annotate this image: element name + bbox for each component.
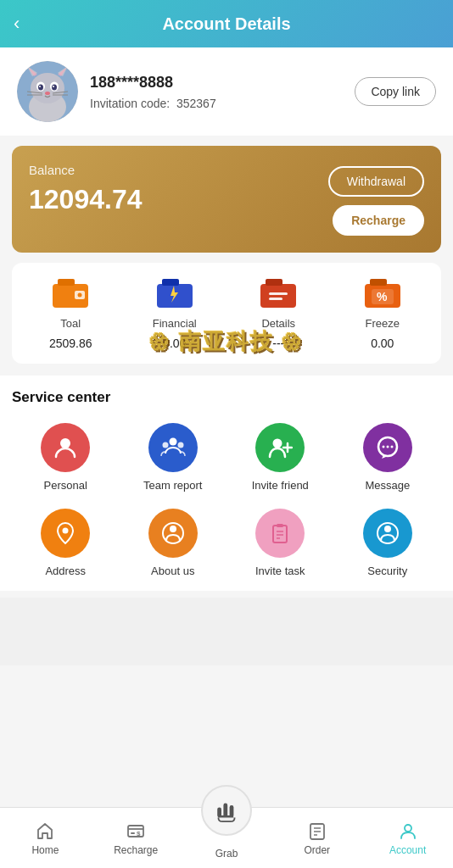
stat-total-value: 2509.86 [49, 337, 92, 350]
svg-point-37 [273, 439, 282, 448]
svg-point-43 [390, 446, 393, 448]
service-title: Service center [12, 389, 441, 406]
service-item-about-us[interactable]: About us [120, 509, 227, 577]
avatar [17, 61, 78, 122]
stat-total[interactable]: Toal 2509.86 [19, 276, 123, 350]
svg-point-36 [177, 442, 183, 448]
nav-order-label: Order [304, 844, 330, 856]
service-invite-friend-label: Invite friend [252, 479, 309, 492]
svg-point-21 [78, 293, 82, 298]
service-item-personal[interactable]: Personal [12, 423, 120, 492]
svg-point-33 [60, 438, 70, 448]
order-icon [307, 821, 327, 841]
balance-header: Balance 12094.74 Withdrawal Recharge [29, 163, 424, 236]
header: ‹ Account Details [0, 0, 453, 47]
nav-recharge-label: Recharge [114, 844, 158, 856]
svg-rect-19 [58, 279, 75, 286]
svg-rect-23 [162, 279, 179, 286]
list-wallet-icon [257, 276, 299, 310]
svg-rect-56 [131, 832, 135, 834]
service-item-message[interactable]: Message [334, 423, 442, 492]
team-icon [148, 423, 198, 472]
service-security-label: Security [367, 565, 407, 577]
recharge-button[interactable]: Recharge [333, 205, 424, 236]
copy-link-button[interactable]: Copy link [355, 77, 436, 106]
balance-info: Balance 12094.74 [29, 163, 142, 215]
nav-order[interactable]: Order [271, 814, 362, 863]
svg-point-41 [382, 446, 384, 448]
service-item-invite-task[interactable]: Invite task [226, 509, 334, 577]
account-icon [398, 821, 418, 841]
service-invite-task-label: Invite task [255, 565, 305, 577]
service-about-us-label: About us [151, 565, 194, 577]
profile-section: 188****8888 Invitation code: 352367 Copy… [0, 47, 453, 136]
svg-rect-48 [277, 524, 283, 527]
service-item-team-report[interactable]: Team report [120, 423, 227, 492]
svg-rect-47 [273, 526, 287, 542]
grab-circle [201, 785, 252, 836]
nav-home-label: Home [31, 844, 59, 856]
home-icon [35, 821, 55, 841]
person-add-icon [255, 423, 305, 472]
svg-point-12 [53, 86, 54, 87]
wallet-icon [49, 276, 92, 310]
flash-wallet-icon [154, 276, 196, 310]
nav-grab[interactable]: Grab [182, 810, 272, 866]
service-message-label: Message [365, 479, 410, 492]
withdrawal-button[interactable]: Withdrawal [328, 166, 424, 197]
wing-right-icon: 🏵 [282, 331, 304, 354]
bottom-nav: Home $ Recharge Grab [0, 807, 453, 868]
person-icon [41, 423, 90, 472]
svg-point-42 [386, 446, 389, 448]
profile-info: 188****8888 Invitation code: 352367 [90, 74, 216, 110]
content-spacer [0, 598, 453, 665]
nav-grab-label: Grab [215, 848, 238, 860]
recharge-icon: $ [126, 821, 146, 841]
nav-account[interactable]: Account [362, 814, 453, 863]
person-circle-icon [148, 509, 198, 558]
svg-text:%: % [377, 290, 388, 303]
balance-card: Balance 12094.74 Withdrawal Recharge [12, 146, 441, 253]
svg-point-35 [162, 442, 168, 448]
invite-code: Invitation code: 352367 [90, 97, 216, 110]
svg-rect-54 [128, 826, 143, 837]
balance-label: Balance [29, 163, 142, 177]
svg-point-53 [384, 526, 391, 532]
svg-rect-28 [269, 298, 282, 300]
svg-point-10 [52, 85, 57, 91]
watermark: 🏵 南亚科技 🏵 [149, 327, 304, 357]
back-button[interactable]: ‹ [14, 13, 20, 35]
service-item-security[interactable]: Security [334, 509, 442, 577]
stats-card: Toal 2509.86 Financial 0.00 [12, 263, 441, 364]
balance-amount: 12094.74 [29, 184, 142, 215]
service-item-invite-friend[interactable]: Invite friend [226, 423, 334, 492]
svg-text:$: $ [137, 830, 141, 837]
service-item-address[interactable]: Address [12, 509, 120, 577]
service-address-label: Address [45, 565, 86, 577]
stat-total-label: Toal [60, 317, 81, 330]
svg-rect-26 [266, 279, 282, 286]
svg-point-13 [45, 92, 50, 95]
location-icon [41, 509, 90, 558]
svg-point-2 [31, 73, 64, 103]
nav-recharge[interactable]: $ Recharge [91, 814, 182, 863]
nav-home[interactable]: Home [0, 814, 91, 863]
profile-left: 188****8888 Invitation code: 352367 [17, 61, 216, 122]
svg-point-44 [63, 528, 69, 534]
page-title: Account Details [162, 14, 290, 34]
stat-freeze-value: 0.00 [371, 337, 394, 350]
balance-buttons: Withdrawal Recharge [328, 166, 424, 236]
stat-freeze-label: Freeze [366, 317, 400, 330]
service-personal-label: Personal [44, 479, 87, 492]
percent-wallet-icon: % [361, 276, 404, 310]
stat-freeze[interactable]: % Freeze 0.00 [331, 276, 435, 350]
wing-left-icon: 🏵 [149, 331, 171, 354]
svg-rect-25 [260, 284, 296, 308]
svg-point-9 [38, 85, 43, 91]
svg-point-46 [170, 526, 176, 532]
svg-point-34 [169, 438, 176, 446]
svg-rect-30 [370, 279, 387, 286]
chat-icon [363, 423, 412, 472]
service-section: Service center Personal [0, 376, 453, 591]
svg-rect-27 [269, 292, 288, 295]
